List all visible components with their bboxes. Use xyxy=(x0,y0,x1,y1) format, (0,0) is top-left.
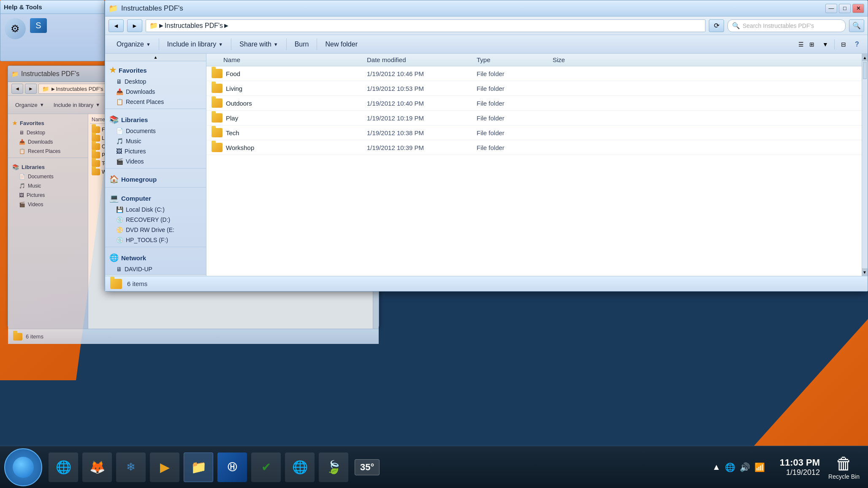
clock-date: 1/19/2012 xyxy=(780,468,820,477)
status-folder-icon xyxy=(110,279,122,289)
new-folder-button[interactable]: New folder xyxy=(319,37,363,52)
taskbar-update-icon[interactable]: ❄ xyxy=(116,453,146,482)
bg-downloads-item[interactable]: 📥Downloads xyxy=(8,137,88,147)
bg-organize-button[interactable]: Organize ▼ xyxy=(11,98,48,112)
col-date-header[interactable]: Date modified xyxy=(367,56,477,63)
bg-videos-item[interactable]: 🎬Videos xyxy=(8,200,88,209)
taskbar-clock[interactable]: 11:03 PM 1/19/2012 xyxy=(780,457,820,477)
taskbar-ie-icon[interactable]: 🌐 xyxy=(49,453,78,482)
new-folder-label: New folder xyxy=(325,41,357,48)
forward-button[interactable]: ► xyxy=(127,19,142,32)
address-path[interactable]: 📁 ► Instructables PDF's ► xyxy=(146,19,705,32)
file-date-living: 1/19/2012 10:53 PM xyxy=(367,85,477,92)
computer-header[interactable]: 💻 Computer xyxy=(105,189,206,204)
taskbar-explorer-icon[interactable]: 📁 xyxy=(184,453,213,482)
file-type-food: File folder xyxy=(477,70,553,77)
file-row-tech[interactable]: Tech 1/19/2012 10:38 PM File folder xyxy=(206,125,862,140)
sidebar-local-disk-c-item[interactable]: 💾 Local Disk (C:) xyxy=(105,204,206,215)
path-end-arrow: ► xyxy=(223,22,230,30)
network-header[interactable]: 🌐 Network xyxy=(105,249,206,264)
share-with-button[interactable]: Share with ▼ xyxy=(233,37,284,52)
bg-forward-button[interactable]: ► xyxy=(25,84,37,94)
favorites-header[interactable]: ★ Favorites xyxy=(105,61,206,76)
back-button[interactable]: ◄ xyxy=(108,19,124,32)
bg-back-button[interactable]: ◄ xyxy=(11,84,23,94)
organize-button[interactable]: Organize ▼ xyxy=(110,37,157,52)
scrollbar-up-arrow[interactable]: ▲ xyxy=(862,54,868,61)
view-dropdown-button[interactable]: ▼ xyxy=(820,39,831,50)
tray-arrow[interactable]: ▲ xyxy=(712,462,721,472)
bg-music-item[interactable]: 🎵Music xyxy=(8,181,88,191)
main-toolbar: Organize ▼ Include in library ▼ Share wi… xyxy=(105,35,868,54)
file-name-outdoors: Outdoors xyxy=(206,98,367,108)
help-button[interactable]: ? xyxy=(852,39,863,50)
scrollbar-down-arrow[interactable]: ▼ xyxy=(862,268,868,276)
col-size-header[interactable]: Size xyxy=(553,56,603,63)
file-row-outdoors[interactable]: Outdoors 1/19/2012 10:40 PM File folder xyxy=(206,96,862,111)
taskbar-hp-icon[interactable]: Ⓗ xyxy=(217,453,247,482)
sidebar-documents-item[interactable]: 📄 Documents xyxy=(105,126,206,136)
col-type-header[interactable]: Type xyxy=(477,56,553,63)
col-name-header[interactable]: Name xyxy=(206,56,367,63)
file-row-food[interactable]: Food 1/19/2012 10:46 PM File folder xyxy=(206,66,862,81)
burn-label: Burn xyxy=(295,41,309,48)
sidebar-recent-places-item[interactable]: 📋 Recent Places xyxy=(105,97,206,107)
view-details-button[interactable]: ☰ xyxy=(795,39,806,50)
taskbar-network2-icon[interactable]: 🌐 xyxy=(285,453,315,482)
documents-icon: 📄 xyxy=(116,128,123,134)
recycle-bin-label: Recycle Bin xyxy=(828,473,860,480)
start-button[interactable] xyxy=(4,448,42,486)
file-row-workshop[interactable]: Workshop 1/19/2012 10:39 PM File folder xyxy=(206,140,862,155)
file-row-living[interactable]: Living 1/19/2012 10:53 PM File folder xyxy=(206,81,862,96)
bg-desktop-item[interactable]: 🖥Desktop xyxy=(8,128,88,137)
bg-favorites-header[interactable]: ★ Favorites xyxy=(8,116,88,128)
titlebar-left: 📁 Instructables PDF's xyxy=(108,4,183,13)
bg-recent-places-item[interactable]: 📋Recent Places xyxy=(8,147,88,156)
bg-folder-icon-tech xyxy=(92,160,100,167)
file-type-tech: File folder xyxy=(477,129,553,136)
file-name-food: Food xyxy=(206,69,367,78)
minimize-button[interactable]: — xyxy=(825,4,837,13)
file-row-play[interactable]: Play 1/19/2012 10:19 PM File folder xyxy=(206,111,862,125)
bg-include-in-library-button[interactable]: Include in library ▼ xyxy=(50,98,104,112)
sidebar-recovery-d-item[interactable]: 💿 RECOVERY (D:) xyxy=(105,215,206,225)
view-icons-button[interactable]: ⊞ xyxy=(806,39,817,50)
scrollbar-thumb[interactable] xyxy=(863,62,867,79)
taskbar-firefox-icon[interactable]: 🦊 xyxy=(82,453,112,482)
view-large-icons-button[interactable]: ⊟ xyxy=(838,39,849,50)
sidebar-pictures-item[interactable]: 🖼 Pictures xyxy=(105,146,206,156)
sidebar-scroll-down[interactable]: ▼ xyxy=(105,274,206,276)
sidebar-desktop-item[interactable]: 🖥 Desktop xyxy=(105,76,206,87)
bg-pictures-item[interactable]: 🖼Pictures xyxy=(8,191,88,200)
sidebar: ▲ ★ Favorites 🖥 Desktop 📥 Downloads 📋 Re… xyxy=(105,54,206,276)
recycle-bin[interactable]: 🗑 Recycle Bin xyxy=(828,454,860,480)
burn-button[interactable]: Burn xyxy=(288,37,315,52)
refresh-button[interactable]: ⟳ xyxy=(709,19,724,32)
search-button[interactable]: 🔍 xyxy=(849,19,864,32)
sidebar-dvd-rw-e-item[interactable]: 📀 DVD RW Drive (E: xyxy=(105,225,206,235)
homegroup-header[interactable]: 🏠 Homegroup xyxy=(105,170,206,185)
path-arrow: ► xyxy=(158,22,165,30)
search-box[interactable]: 🔍 Search Instructables PDF's xyxy=(727,19,846,32)
sidebar-scroll-up[interactable]: ▲ xyxy=(105,54,206,61)
taskbar-leaf-icon[interactable]: 🍃 xyxy=(319,453,348,482)
taskbar-media-player-icon[interactable]: ▶ xyxy=(150,453,179,482)
bg-libraries-header[interactable]: 📚 Libraries xyxy=(8,160,88,172)
sidebar-downloads-item[interactable]: 📥 Downloads xyxy=(105,87,206,97)
tray-speaker-icon[interactable]: 🔊 xyxy=(740,462,750,472)
main-scrollbar[interactable]: ▲ ▼ xyxy=(862,54,868,276)
close-button[interactable]: ✕ xyxy=(852,4,864,13)
bg-status-bar: 6 items xyxy=(8,329,379,344)
maximize-button[interactable]: □ xyxy=(839,4,851,13)
view-toggle: ☰ ⊞ xyxy=(795,39,817,50)
bg-documents-item[interactable]: 📄Documents xyxy=(8,172,88,181)
libraries-header[interactable]: 📚 Libraries xyxy=(105,111,206,126)
sidebar-music-item[interactable]: 🎵 Music xyxy=(105,136,206,146)
taskbar-check-icon[interactable]: ✔ xyxy=(251,453,281,482)
sidebar-david-up-item[interactable]: 🖥 DAVID-UP xyxy=(105,264,206,274)
sidebar-hp-tools-f-item[interactable]: 💿 HP_TOOLS (F:) xyxy=(105,235,206,245)
sidebar-videos-item[interactable]: 🎬 Videos xyxy=(105,156,206,166)
file-name-living: Living xyxy=(206,84,367,93)
include-in-library-button[interactable]: Include in library ▼ xyxy=(161,37,229,52)
file-date-workshop: 1/19/2012 10:39 PM xyxy=(367,144,477,151)
